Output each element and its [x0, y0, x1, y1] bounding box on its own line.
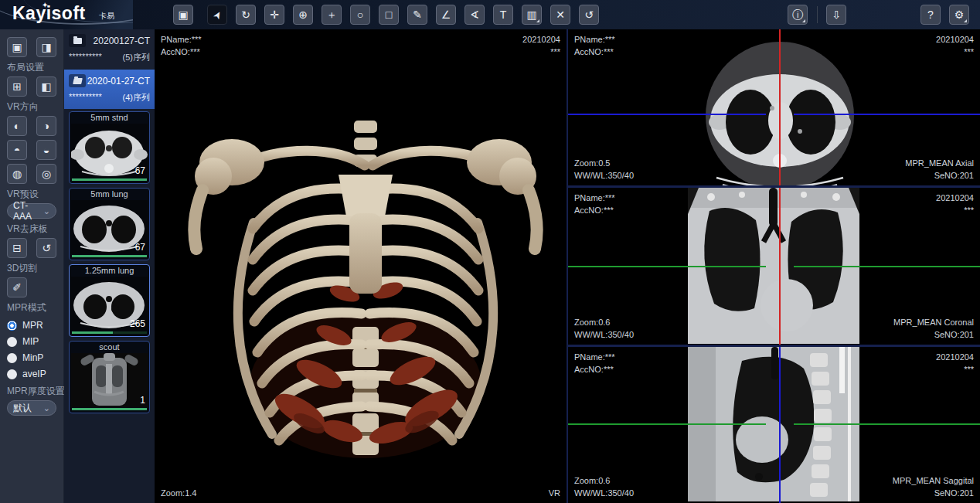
- study-title: 20200127-CT: [86, 36, 150, 46]
- vr-dir-superior-button[interactable]: ◍: [7, 164, 27, 184]
- layout-left-split-button[interactable]: ◧: [36, 76, 56, 97]
- thumbnail-label: 5mm lung: [70, 189, 148, 200]
- layout-grid-icon: ⊞: [12, 80, 22, 93]
- cobb-angle-button[interactable]: ∢: [464, 5, 485, 25]
- sagittal-crosshair-vertical[interactable]: [779, 347, 781, 503]
- reset-icon: ↺: [584, 9, 594, 20]
- mpr-mode-option-minp[interactable]: MinP: [7, 352, 56, 363]
- reset-view-button[interactable]: ↺: [579, 5, 599, 25]
- vr-dir-inferior-button[interactable]: ◎: [36, 164, 56, 184]
- vr-remove-bed-label: VR去床板: [7, 223, 56, 236]
- coronal-crosshair-horizontal[interactable]: [568, 266, 766, 267]
- thumbnail-label: 5mm stnd: [70, 112, 148, 124]
- thumbnail-progress: [72, 331, 147, 334]
- mpr-thickness-label: MPR厚度设置: [7, 385, 56, 398]
- coronal-zoom-overlay: Zoom:0.6WW/WL:350/40: [574, 316, 634, 341]
- help-button[interactable]: ?: [920, 5, 941, 25]
- window-level-button[interactable]: ▥: [522, 5, 542, 25]
- vr-bed-reset-button[interactable]: ↺: [36, 238, 56, 258]
- coronal-crosshair-vertical[interactable]: [779, 188, 781, 344]
- axial-zoom-overlay: Zoom:0.5WW/WL:350/40: [574, 157, 634, 182]
- ellipse-roi-button[interactable]: ○: [350, 5, 370, 25]
- study-item-2020-01-27[interactable]: 2020-01-27-CT ********** (4)序列: [64, 70, 155, 109]
- settings-button[interactable]: ⚙: [949, 5, 969, 25]
- mpr-mode-option-aveip[interactable]: aveIP: [7, 369, 56, 379]
- vr-dir-anterior-icon: ◐: [14, 120, 20, 132]
- thumbnail-image-scout: [71, 353, 148, 407]
- axial-crosshair-horizontal[interactable]: [568, 114, 766, 115]
- radio-selected-icon: [7, 321, 17, 331]
- series-panel: 20200127-CT ********** (5)序列 2020-01-27-…: [64, 29, 155, 503]
- vr-dir-left-button[interactable]: ◓: [7, 140, 27, 160]
- cut-3d-label: 3D切割: [7, 262, 56, 275]
- series-thumbnail-5mm-lung[interactable]: 5mm lung 67: [69, 188, 150, 260]
- rotate-3d-button[interactable]: ↻: [236, 5, 256, 25]
- series-thumbnail-5mm-stnd[interactable]: 5mm stnd 67: [69, 111, 150, 184]
- delete-icon: ✕: [556, 9, 565, 20]
- vr-viewport[interactable]: PName:***AccNO:*** 20210204*** Zoom:1.4 …: [155, 29, 567, 503]
- scalpel-icon: ✐: [12, 281, 22, 294]
- folder-button[interactable]: [69, 34, 86, 47]
- thumbnail-image-count: 265: [130, 318, 145, 329]
- thumbnail-progress: [72, 408, 147, 410]
- axial-crosshair-horizontal[interactable]: [794, 114, 980, 115]
- thumbnail-image-count: 67: [135, 165, 145, 176]
- save-image-button[interactable]: ⇩: [826, 5, 846, 25]
- vr-dir-left-icon: ◓: [14, 144, 20, 156]
- save-image-icon: ⇩: [832, 9, 841, 20]
- layout-single-button[interactable]: ▣: [7, 37, 27, 57]
- rectangle-roi-button[interactable]: □: [379, 5, 399, 25]
- vr-preset-select[interactable]: CT-AAA ⌄: [7, 203, 56, 219]
- text-annotation-button[interactable]: T: [493, 5, 513, 25]
- series-thumbnail-scout[interactable]: scout 1: [69, 341, 150, 413]
- main-content: ▣ ◨ 布局设置 ⊞ ◧ VR方向 ◐ ◑ ◓ ◒ ◍ ◎ VR预设: [0, 29, 980, 503]
- vr-preset-label: VR预设: [7, 188, 56, 201]
- mpr-thickness-value: 默认: [13, 402, 32, 415]
- zoom-in-button[interactable]: ⊕: [293, 5, 313, 25]
- crosshair-button[interactable]: ＋: [322, 5, 342, 25]
- mpr-coronal-viewport[interactable]: PName:***AccNO:*** 20210204*** Zoom:0.6W…: [568, 188, 980, 344]
- chevron-down-icon: ⌄: [43, 206, 50, 216]
- layout-right-panel-button[interactable]: ◨: [36, 37, 56, 57]
- report-button[interactable]: ⓘ: [788, 5, 808, 25]
- axial-crosshair-vertical[interactable]: [779, 29, 781, 185]
- mpr-axial-viewport[interactable]: PName:***AccNO:*** 20210204*** Zoom:0.5W…: [568, 29, 980, 185]
- mpr-column: PName:***AccNO:*** 20210204*** Zoom:0.5W…: [567, 29, 980, 503]
- sagittal-crosshair-horizontal[interactable]: [794, 423, 980, 425]
- left-sidebar: ▣ ◨ 布局设置 ⊞ ◧ VR方向 ◐ ◑ ◓ ◒ ◍ ◎ VR预设: [0, 29, 64, 503]
- coronal-crosshair-horizontal[interactable]: [794, 266, 980, 267]
- measure-line-button[interactable]: ✎: [407, 5, 427, 25]
- mpr-sagittal-viewport[interactable]: PName:***AccNO:*** 20210204*** Zoom:0.6W…: [568, 347, 980, 503]
- study-item-20200127[interactable]: 20200127-CT ********** (5)序列: [64, 29, 155, 69]
- folder-open-button[interactable]: [69, 74, 86, 87]
- sagittal-crosshair-horizontal[interactable]: [568, 423, 766, 425]
- window-level-icon: ▥: [526, 9, 536, 20]
- vr-dir-anterior-button[interactable]: ◐: [7, 116, 27, 136]
- top-toolbar: Kayisoft ✦ 卡易 ▣ ➤ ↻ ✛ ⊕ ＋ ○ □ ✎ ∠ ∢ T ▥ …: [0, 0, 980, 29]
- mpr-mode-option-mip[interactable]: MIP: [7, 336, 56, 347]
- layout-right-panel-icon: ◨: [41, 41, 51, 53]
- vr-study-overlay: 20210204***: [522, 33, 560, 58]
- vr-mode-overlay: VR: [549, 487, 560, 499]
- series-thumbnail-125mm-lung[interactable]: 1.25mm lung 265: [69, 264, 150, 337]
- layout-grid-button[interactable]: ⊞: [7, 76, 27, 97]
- mpr-thickness-select[interactable]: 默认 ⌄: [7, 400, 56, 416]
- vr-dir-inferior-icon: ◎: [42, 168, 51, 180]
- thumbnail-progress: [72, 178, 147, 181]
- report-icon: ⓘ: [792, 9, 803, 20]
- cursor-button[interactable]: ➤: [207, 5, 227, 25]
- sagittal-zoom-overlay: Zoom:0.6WW/WL:350/40: [574, 474, 634, 499]
- vr-dir-right-button[interactable]: ◒: [36, 140, 56, 160]
- radio-icon: [7, 369, 17, 379]
- pan-button[interactable]: ✛: [264, 5, 284, 25]
- thumbnail-image-count: 1: [140, 395, 145, 406]
- vr-remove-bed-button[interactable]: ⊟: [7, 238, 27, 258]
- mpr-mode-option-mpr[interactable]: MPR: [7, 320, 56, 331]
- mpr-layout-button[interactable]: ▣: [173, 5, 193, 25]
- cut-3d-button[interactable]: ✐: [7, 277, 27, 297]
- study-patient-masked: **********: [69, 92, 102, 104]
- angle-button[interactable]: ∠: [436, 5, 456, 25]
- layout-settings-label: 布局设置: [7, 61, 56, 74]
- vr-dir-posterior-button[interactable]: ◑: [36, 116, 56, 136]
- delete-annotation-button[interactable]: ✕: [550, 5, 570, 25]
